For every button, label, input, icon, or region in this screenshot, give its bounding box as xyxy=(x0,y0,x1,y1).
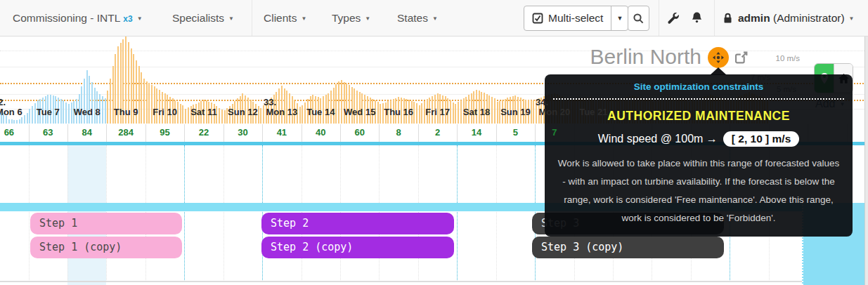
multi-select-button[interactable]: Multi-select xyxy=(524,6,611,30)
nav-clients-menu[interactable]: Clients▼ xyxy=(264,0,306,36)
project-label: Commissioning - INTL xyxy=(13,12,120,24)
chevron-down-icon: ▼ xyxy=(301,1,306,37)
day-label: Sun 12 xyxy=(223,107,262,117)
day-count: 60 xyxy=(340,127,380,138)
histogram-bar xyxy=(151,85,153,124)
site-title: Berlin North xyxy=(590,45,701,69)
histogram-bar xyxy=(351,87,353,124)
day-label: Mon 13 xyxy=(262,107,302,117)
lock-icon xyxy=(723,13,733,24)
histogram-bar xyxy=(333,88,335,124)
axis-label-10ms: 10 m/s xyxy=(775,54,800,62)
nav-project-menu[interactable]: Commissioning - INTLx3▼ xyxy=(13,0,143,36)
constraint-value-pill: [ 2, 10 ] m/s xyxy=(723,131,799,147)
user-name: admin xyxy=(738,12,770,24)
user-menu[interactable]: admin (Administrator)▼ xyxy=(723,0,855,36)
weekend-boundary-line xyxy=(262,145,263,281)
project-count-badge: x3 xyxy=(123,14,132,24)
chevron-down-icon: ▼ xyxy=(616,15,623,22)
week-number-label: 33. xyxy=(264,97,276,107)
histogram-bar xyxy=(16,120,18,124)
user-role: (Administrator) xyxy=(773,12,845,24)
nav-label: States xyxy=(397,12,428,24)
histogram-bar xyxy=(21,117,22,124)
checkbox-checked-icon xyxy=(532,13,543,24)
day-count: 2 xyxy=(418,127,458,138)
histogram-bar xyxy=(284,88,285,124)
day-count: 8 xyxy=(379,127,418,138)
day-label: Thu 16 xyxy=(379,107,418,117)
day-count: 284 xyxy=(106,127,145,138)
gantt-step-bar[interactable]: Step 2 xyxy=(261,213,454,234)
histogram-bar xyxy=(81,86,82,124)
bell-icon xyxy=(691,11,703,24)
gantt-step-bar[interactable]: Step 2 (copy) xyxy=(261,237,454,258)
day-boundary-line xyxy=(496,145,497,281)
day-count: 40 xyxy=(301,127,340,138)
histogram-bar xyxy=(154,86,155,124)
multi-select-caret-button[interactable]: ▼ xyxy=(611,6,628,30)
scrollbar-track[interactable] xyxy=(864,37,868,285)
day-label: Mon 6 xyxy=(0,107,29,117)
navbar: Commissioning - INTLx3▼ Specialists▼ Cli… xyxy=(0,0,868,37)
constraint-label: Wind speed @ 100m → xyxy=(598,133,718,145)
day-label: Fri 17 xyxy=(418,107,458,117)
day-count: 66 xyxy=(0,127,29,138)
day-label: Tue 14 xyxy=(301,107,340,117)
nav-types-menu[interactable]: Types▼ xyxy=(332,0,370,36)
nav-label: Clients xyxy=(264,12,297,24)
histogram-bar xyxy=(346,84,347,124)
chevron-down-icon: ▼ xyxy=(137,1,143,37)
day-label: Tue 21 xyxy=(574,107,613,117)
day-count: 22 xyxy=(184,127,224,138)
chevron-down-icon: ▼ xyxy=(432,1,438,37)
histogram-bar xyxy=(148,83,150,124)
day-boundary-line xyxy=(29,145,30,281)
week-number-label: 32. xyxy=(0,97,6,107)
day-count: 14 xyxy=(457,127,496,138)
histogram-bar xyxy=(344,82,345,124)
day-count: 41 xyxy=(262,127,302,138)
move-crosshair-icon xyxy=(712,51,725,64)
day-label: Wed 8 xyxy=(67,107,107,117)
nav-divider xyxy=(714,0,715,36)
gantt-step-bar[interactable]: Step 1 xyxy=(30,213,182,234)
share-icon[interactable] xyxy=(734,50,749,65)
nav-states-menu[interactable]: States▼ xyxy=(397,0,438,36)
app-root: Commissioning - INTLx3▼ Specialists▼ Cli… xyxy=(0,0,868,285)
day-label: Sat 11 xyxy=(184,107,224,117)
chevron-down-icon: ▼ xyxy=(228,1,234,37)
day-count: 7 xyxy=(535,127,574,138)
histogram-bar xyxy=(19,119,20,124)
day-label: Wed 15 xyxy=(340,107,380,117)
notifications-button[interactable] xyxy=(691,11,703,25)
gantt-step-bar[interactable]: Step 3 (copy) xyxy=(532,237,724,258)
tooltip-body-text: Work is allowed to take place within thi… xyxy=(556,154,841,227)
nav-label: Specialists xyxy=(172,12,224,24)
histogram-bar xyxy=(335,84,337,124)
nav-divider xyxy=(252,0,252,36)
day-count: 30 xyxy=(223,127,262,138)
day-label: Fri 10 xyxy=(145,107,185,117)
tooltip-title: Site optimization constraints xyxy=(545,81,853,92)
histogram-bar xyxy=(8,119,10,124)
tooltip-separator xyxy=(553,98,844,100)
multi-select-split-button: Multi-select ▼ xyxy=(524,6,628,31)
search-button[interactable] xyxy=(628,6,649,31)
nav-label: Types xyxy=(332,12,361,24)
weekend-boundary-line xyxy=(184,145,185,281)
day-count: 5 xyxy=(495,127,535,138)
day-count: 63 xyxy=(28,127,67,138)
search-icon xyxy=(633,13,644,25)
day-label: Tue 7 xyxy=(28,107,67,117)
nav-divider xyxy=(659,0,659,36)
histogram-bar xyxy=(13,120,15,124)
chevron-down-icon: ▼ xyxy=(365,1,370,37)
nav-specialists-menu[interactable]: Specialists▼ xyxy=(172,0,234,36)
gantt-step-bar[interactable]: Step 1 (copy) xyxy=(30,237,182,258)
site-constraints-button[interactable] xyxy=(708,47,729,68)
histogram-bar xyxy=(91,82,93,124)
settings-button[interactable] xyxy=(666,11,680,25)
day-label: Sat 18 xyxy=(457,107,496,117)
day-count: 84 xyxy=(67,127,107,138)
